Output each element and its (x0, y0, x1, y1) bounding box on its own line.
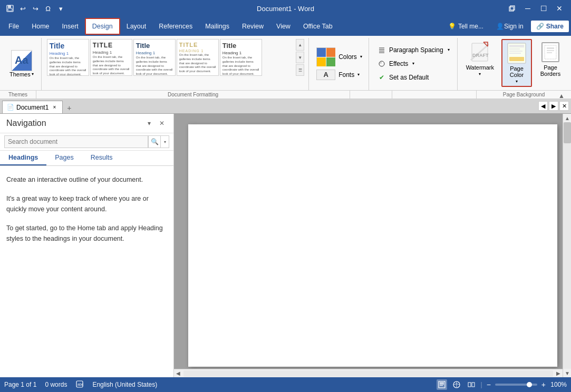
new-tab-button[interactable]: + (64, 103, 74, 113)
window-title: Document1 - Word (66, 5, 505, 13)
svg-rect-2 (8, 8, 12, 11)
menu-references[interactable]: References (152, 18, 199, 35)
close-button[interactable]: ✕ (552, 1, 567, 16)
menu-officetab[interactable]: Office Tab (297, 18, 339, 35)
document-area: ▲ ▼ ◀ ▶ (174, 114, 571, 377)
maximize-button[interactable]: ☐ (536, 1, 551, 16)
hscroll-track[interactable] (183, 370, 553, 377)
signin-button[interactable]: 👤 Sign in (491, 21, 529, 32)
statusbar-divider: | (481, 381, 482, 388)
gallery-scroll-down[interactable]: ▼ (296, 52, 304, 63)
theme-item-5[interactable]: Title Heading 1 On the Insert tab, the g… (220, 39, 262, 76)
theme-item-2[interactable]: TITLE Heading 1 On the Insert tab, the g… (90, 39, 132, 76)
fonts-button[interactable]: A Fonts ▾ (314, 68, 362, 81)
zoom-level[interactable]: 100% (550, 381, 567, 388)
paragraph-spacing-button[interactable]: Paragraph Spacing ▾ (374, 44, 453, 56)
zoom-thumb[interactable] (527, 382, 532, 387)
hscroll-left-button[interactable]: ◀ (174, 369, 182, 378)
nav-instruction-3: To get started, go to the Home tab and a… (6, 223, 167, 244)
themes-icon: Aa (11, 50, 32, 71)
svg-rect-18 (509, 53, 521, 54)
page-borders-button[interactable]: Page Borders (536, 39, 565, 79)
menu-mailings[interactable]: Mailings (199, 18, 236, 35)
search-input[interactable] (4, 135, 148, 148)
formatting-group-label (392, 91, 476, 99)
theme-item-4[interactable]: TITLE HEADING 1 On the Insert tab, the g… (177, 39, 219, 76)
document-tab[interactable]: 📄 Document1 × (2, 101, 63, 113)
set-default-button[interactable]: ✔ Set as Default (374, 72, 453, 83)
colors-label: Colors (338, 53, 357, 61)
customize-button[interactable]: ▾ (55, 3, 66, 14)
zoom-in-button[interactable]: + (541, 380, 546, 389)
gallery-scroll: ▲ ▼ ☰ (296, 39, 304, 76)
scroll-down-button[interactable]: ▼ (563, 369, 571, 377)
nav-instructions: Create an interactive outline of your do… (6, 174, 167, 244)
menu-review[interactable]: Review (236, 18, 270, 35)
colors-button[interactable]: Colors ▾ (314, 46, 364, 67)
paragraph-spacing-label: Paragraph Spacing (389, 46, 443, 54)
doc-tab-scroll-right[interactable]: ▶ (549, 101, 558, 111)
page-borders-icon (539, 41, 562, 63)
gallery-scroll-up[interactable]: ▲ (296, 39, 304, 51)
watermark-button[interactable]: DRAFT Watermark ▾ (463, 39, 497, 79)
zoom-out-button[interactable]: − (487, 380, 491, 389)
theme-item-3[interactable]: Title Heading 1 On the Insert tab, the g… (133, 39, 176, 76)
menu-design[interactable]: Design (85, 18, 120, 35)
zoom-slider[interactable] (495, 384, 537, 386)
nav-tab-pages[interactable]: Pages (46, 151, 82, 165)
status-bar-right: | − + 100% (437, 379, 567, 390)
svg-rect-16 (509, 48, 520, 50)
colors-fonts-group: Colors ▾ A Fonts ▾ (310, 38, 369, 90)
page-background-content: DRAFT Watermark ▾ (463, 39, 565, 88)
menu-insert[interactable]: Insert (56, 18, 85, 35)
nav-body: Create an interactive outline of your do… (0, 166, 173, 377)
title-bar: ↩ ↪ Ω ▾ Document1 - Word ─ ☐ ✕ (0, 0, 571, 17)
redo-button[interactable]: ↪ (30, 3, 41, 14)
menu-home[interactable]: Home (25, 18, 55, 35)
watermark-dropdown: ▾ (479, 72, 481, 76)
menu-layout[interactable]: Layout (120, 18, 153, 35)
share-button[interactable]: 🔗 Share (531, 21, 569, 32)
page-color-button[interactable]: Page Color ▾ (501, 39, 532, 87)
proofing-icon[interactable]: abc (75, 380, 84, 390)
doc-tab-nav-buttons: ◀ ▶ ✕ (538, 101, 569, 111)
nav-close-button[interactable]: ✕ (157, 118, 167, 129)
nav-tab-results[interactable]: Results (82, 151, 121, 165)
gallery-scroll-more[interactable]: ☰ (296, 64, 304, 76)
effects-button[interactable]: Effects ▾ (374, 58, 453, 70)
language[interactable]: English (United States) (92, 381, 157, 388)
search-options-button[interactable]: ▾ (161, 135, 169, 148)
menu-file[interactable]: File (2, 18, 25, 35)
menu-view[interactable]: View (270, 18, 297, 35)
read-view-button[interactable] (466, 379, 477, 390)
restore-button[interactable] (505, 1, 519, 16)
nav-dropdown-button[interactable]: ▾ (144, 118, 154, 129)
web-view-button[interactable] (451, 379, 462, 390)
horizontal-scrollbar: ◀ ▶ (174, 369, 563, 377)
ribbon-content: Aa Themes ▾ Title Headi (0, 36, 571, 90)
search-submit-button[interactable]: 🔍 (148, 135, 161, 148)
print-view-button[interactable] (437, 379, 447, 390)
save-button[interactable] (4, 3, 16, 14)
svg-rect-24 (547, 52, 552, 53)
minimize-button[interactable]: ─ (520, 1, 535, 16)
scroll-up-button[interactable]: ▲ (563, 114, 571, 122)
doc-tab-close-button[interactable]: × (51, 104, 58, 111)
scroll-track[interactable] (563, 122, 571, 369)
theme-item-1[interactable]: Title Heading 1 On the Insert tab, the g… (47, 39, 89, 76)
formatting-group: Paragraph Spacing ▾ Effects ▾ ✔ Set (370, 38, 458, 90)
omega-button[interactable]: Ω (42, 3, 54, 14)
page-color-dropdown: ▾ (516, 79, 518, 84)
doc-tab-close-all[interactable]: ✕ (559, 101, 569, 111)
tell-me-button[interactable]: 💡 Tell me... (443, 21, 489, 32)
search-bar: 🔍 ▾ (0, 133, 173, 151)
checkmark-icon: ✔ (378, 73, 386, 82)
fonts-label: Fonts (338, 71, 354, 79)
svg-rect-1 (8, 5, 11, 8)
nav-tab-headings[interactable]: Headings (0, 151, 46, 165)
doc-tab-scroll-left[interactable]: ◀ (538, 101, 548, 111)
undo-button[interactable]: ↩ (17, 3, 28, 14)
hscroll-right-button[interactable]: ▶ (554, 369, 563, 378)
themes-button[interactable]: Aa Themes ▾ (6, 48, 37, 80)
fonts-dropdown-icon: ▾ (357, 72, 360, 77)
